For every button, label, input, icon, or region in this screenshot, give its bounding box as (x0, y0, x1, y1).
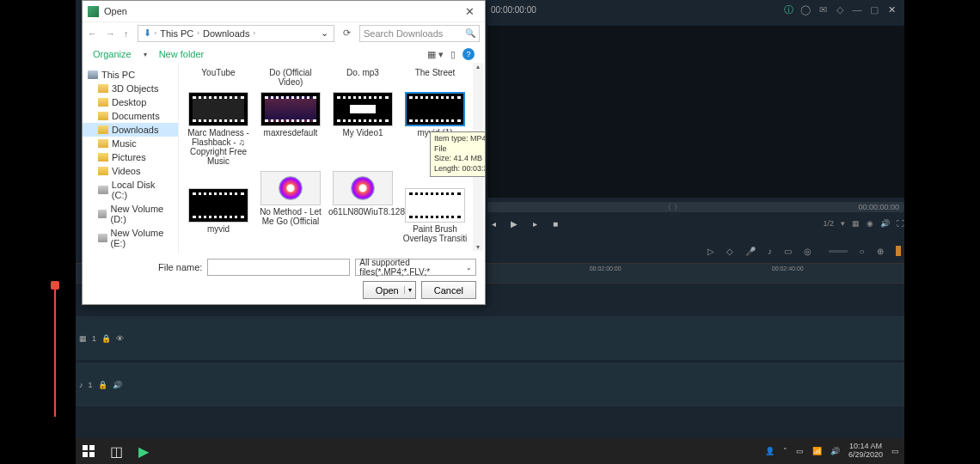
sidebar-item-volume-d[interactable]: New Volume (D:) (83, 202, 178, 226)
render-icon[interactable] (896, 246, 901, 256)
sidebar-item-videos[interactable]: Videos (83, 164, 178, 178)
open-file-dialog: Open ✕ ← → ↑ ⬇ › This PC › Downloads › ⌄… (82, 0, 486, 305)
file-item[interactable]: Marc Madness - Flashback - ♫ Copyright F… (184, 92, 253, 166)
svg-rect-3 (89, 452, 95, 457)
search-input[interactable]: Search Downloads 🔍 (359, 25, 480, 42)
account-icon[interactable]: ◯ (799, 3, 812, 15)
cancel-button[interactable]: Cancel (421, 281, 476, 299)
help-button[interactable]: ? (462, 48, 475, 60)
back-button[interactable]: ← (88, 28, 97, 39)
minimize-icon[interactable]: — (851, 3, 863, 15)
timeline-toolbar: ▷ ◇ 🎤 ♪ ▭ ◎ ○ ⊕ (487, 242, 904, 259)
snapshot-icon[interactable]: ◉ (867, 219, 873, 228)
chevron-up-icon[interactable]: ˄ (783, 447, 787, 455)
sidebar-item-music[interactable]: Music (83, 137, 178, 150)
file-item[interactable]: No Method - Let Me Go (Official (256, 171, 325, 243)
sidebar-item-documents[interactable]: Documents (83, 109, 178, 123)
task-view-button[interactable]: ◫ (108, 443, 124, 459)
volume-tray-icon[interactable]: 🔊 (830, 447, 840, 455)
forward-button[interactable]: → (106, 28, 115, 39)
file-item[interactable]: myvid (184, 188, 253, 243)
message-icon[interactable]: ✉ (817, 3, 829, 15)
source-timecode: 00:00:00:00 (487, 5, 536, 15)
organize-menu[interactable]: Organize (93, 49, 132, 59)
sidebar-item-3d-objects[interactable]: 3D Objects (83, 82, 178, 95)
refresh-button[interactable]: ⟳ (343, 27, 351, 39)
zoom-plus-icon[interactable]: ⊕ (877, 247, 884, 256)
sidebar-item-volume-e[interactable]: New Volume (E:) (83, 226, 178, 250)
marker-icon[interactable]: ◇ (726, 247, 733, 256)
volume-icon[interactable]: 🔊 (880, 219, 890, 228)
clock[interactable]: 10:14 AM 6/29/2020 (848, 443, 883, 460)
file-item[interactable]: maxresdefault (256, 92, 325, 166)
app-icon (88, 6, 99, 17)
start-button[interactable] (81, 443, 96, 459)
file-item[interactable]: o61LN80WiuT8.128 (328, 171, 397, 243)
open-button[interactable]: Open▾ (363, 281, 416, 299)
close-icon[interactable]: ✕ (885, 3, 897, 15)
svg-rect-2 (83, 452, 88, 457)
file-item[interactable]: My Video1 (328, 92, 397, 166)
dialog-title: Open (104, 6, 127, 16)
chevron-down-icon[interactable]: ⌄ (321, 27, 328, 39)
search-icon: 🔍 (465, 28, 475, 38)
zoom-out-icon[interactable]: ○ (860, 247, 865, 256)
notify-icon[interactable]: ◇ (834, 3, 846, 15)
file-name-input[interactable] (207, 259, 350, 276)
file-item[interactable]: Paint Brush Overlays Transiti (401, 188, 469, 243)
prev-frame-button[interactable]: ◂ (487, 217, 499, 229)
filmora-app-icon[interactable]: ▶ (136, 443, 151, 459)
file-type-filter[interactable]: All supported files(*.MP4;*.FLV;*⌄ (355, 259, 476, 276)
chevron-down-icon: ▾ (404, 286, 412, 294)
notifications-icon[interactable]: ▭ (891, 447, 899, 455)
file-tooltip: Item type: MP4 File Size: 41.4 MB Length… (430, 131, 485, 177)
sidebar-item-downloads[interactable]: Downloads (83, 123, 178, 137)
marker-arrow-icon[interactable]: ▷ (707, 247, 714, 256)
wifi-icon[interactable]: 📶 (812, 447, 822, 455)
lock-icon[interactable]: 🔒 (101, 334, 111, 343)
breadcrumb[interactable]: ⬇ › This PC › Downloads › ⌄ (138, 25, 335, 42)
dialog-titlebar: Open ✕ (83, 1, 485, 21)
quality-icon[interactable]: ▦ (852, 219, 860, 228)
new-folder-button[interactable]: New folder (159, 49, 205, 59)
sidebar-item-this-pc[interactable]: This PC (83, 68, 178, 82)
file-name-label: File name: (158, 262, 202, 272)
sidebar-item-pictures[interactable]: Pictures (83, 150, 178, 164)
progress-time: 00:00:00:00 (858, 203, 904, 211)
chevron-right-icon: › (155, 29, 157, 37)
progress-bar[interactable]: 〈 〉 00:00:00:00 (487, 202, 904, 212)
next-frame-button[interactable]: ▸ (529, 217, 541, 229)
audio-track[interactable]: ♪ 1 🔒 🔊 (76, 363, 904, 407)
dialog-close-button[interactable]: ✕ (460, 5, 480, 18)
window-controls: ⓘ ◯ ✉ ◇ — ▢ ✕ (775, 0, 904, 19)
people-icon[interactable]: 👤 (765, 447, 775, 455)
up-button[interactable]: ↑ (124, 28, 129, 39)
view-mode-button[interactable]: ▦ ▾ (427, 49, 444, 60)
playhead[interactable] (54, 288, 56, 417)
stop-button[interactable]: ■ (549, 217, 561, 229)
nav-sidebar: This PC 3D Objects Desktop Documents Dow… (83, 64, 179, 253)
chevron-right-icon: › (253, 29, 255, 37)
circ-icon[interactable]: ◎ (804, 247, 812, 256)
taskbar: ◫ ▶ 👤 ˄ ▭ 📶 🔊 10:14 AM 6/29/2020 ▭ (76, 438, 904, 464)
mic-icon[interactable]: 🎤 (745, 247, 756, 256)
video-track[interactable]: ▦ 1 🔒 👁 (76, 316, 904, 361)
play-button[interactable]: ▶ (508, 217, 520, 229)
eye-icon[interactable]: 👁 (116, 334, 124, 343)
clip-icon[interactable]: ▭ (784, 247, 792, 256)
zoom-slider[interactable] (829, 250, 848, 253)
sidebar-item-local-disk-c[interactable]: Local Disk (C:) (83, 178, 178, 202)
network-icon[interactable]: ▭ (796, 447, 804, 455)
dropdown-icon[interactable]: ▾ (841, 219, 845, 228)
fullscreen-icon[interactable]: ⛶ (897, 219, 904, 228)
help-icon[interactable]: ⓘ (782, 3, 794, 15)
preview-pane-button[interactable]: ▯ (450, 49, 456, 60)
lock-icon[interactable]: 🔒 (98, 381, 107, 389)
file-grid: YouTube Do (Official Video) Do. mp3 The … (179, 64, 485, 253)
video-track-icon: ▦ (79, 334, 87, 343)
mute-icon[interactable]: 🔊 (113, 381, 122, 389)
sidebar-item-desktop[interactable]: Desktop (83, 95, 178, 109)
svg-rect-0 (83, 445, 88, 450)
maximize-icon[interactable]: ▢ (868, 3, 880, 15)
audio-icon[interactable]: ♪ (768, 247, 772, 256)
